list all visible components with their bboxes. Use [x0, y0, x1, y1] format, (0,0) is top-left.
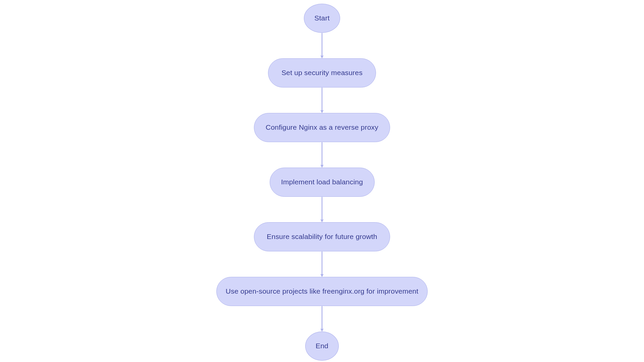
flow-node-step5: Use open-source projects like freenginx.… [216, 277, 428, 306]
flow-node-label: Ensure scalability for future growth [267, 233, 377, 241]
flowchart-canvas: StartSet up security measuresConfigure N… [0, 0, 644, 362]
flow-node-label: Set up security measures [281, 69, 363, 77]
flow-node-label: Use open-source projects like freenginx.… [226, 287, 418, 295]
flow-node-label: Implement load balancing [281, 178, 363, 186]
flow-node-label: Configure Nginx as a reverse proxy [266, 123, 378, 131]
flow-node-end: End [305, 331, 339, 361]
flow-node-step2: Configure Nginx as a reverse proxy [254, 113, 390, 142]
flow-node-start: Start [304, 4, 340, 33]
flow-node-label: Start [314, 14, 329, 22]
flow-node-step4: Ensure scalability for future growth [254, 222, 390, 251]
flow-node-step1: Set up security measures [268, 58, 376, 87]
flow-node-label: End [316, 342, 328, 350]
flow-node-step3: Implement load balancing [270, 168, 375, 197]
